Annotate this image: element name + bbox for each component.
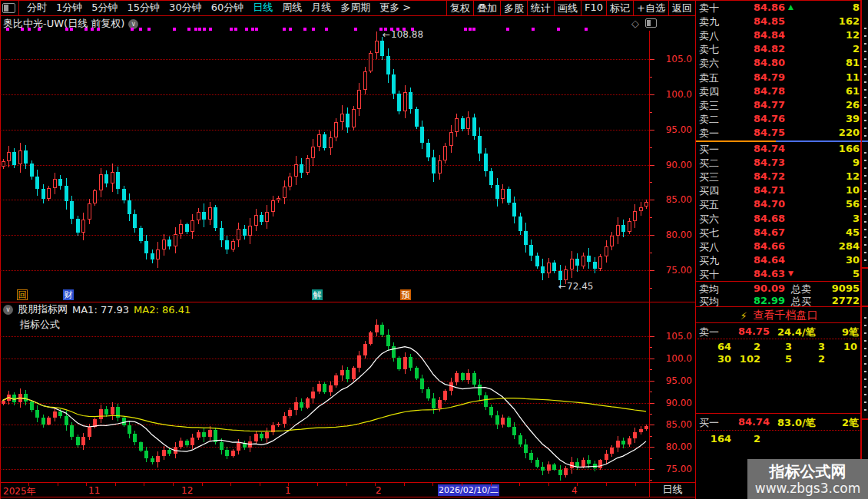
event-marker-解[interactable]: 解 xyxy=(312,289,323,300)
candle xyxy=(53,179,57,188)
date-tick xyxy=(202,483,203,486)
sell1-per-order: 24.4/笔 xyxy=(777,326,816,339)
buy-row-5[interactable]: 买五84.7056 xyxy=(696,198,862,212)
buy-row-7[interactable]: 买七84.6745 xyxy=(696,226,862,240)
candle xyxy=(277,198,280,201)
candle xyxy=(116,172,120,189)
buy-row-1[interactable]: 买一84.74166 xyxy=(696,143,862,157)
candle xyxy=(397,94,401,111)
buy1-count: 2笔 xyxy=(842,416,859,430)
gridline xyxy=(0,165,649,166)
price-tick-label: 95.00 xyxy=(657,124,692,135)
sell-row-6[interactable]: 卖六84.8081 xyxy=(696,57,862,71)
date-axis: 2026/02/10/二 日线 2025年1112124 xyxy=(0,482,695,497)
signal-dot xyxy=(255,28,258,31)
signal-dot xyxy=(38,28,41,31)
axis-minor-tick xyxy=(650,458,652,459)
candle xyxy=(484,154,488,171)
event-marker-回[interactable]: 回 xyxy=(17,289,28,300)
order-level-label: 买二 xyxy=(699,157,719,170)
candle xyxy=(202,212,206,220)
signal-dot xyxy=(209,28,212,31)
level2-link[interactable]: 查看千档盘口 xyxy=(696,309,862,322)
lightning-icon xyxy=(740,309,747,322)
date-label-4: 4 xyxy=(571,485,578,496)
sell-row-7[interactable]: 卖七84.822 xyxy=(696,43,862,57)
candle xyxy=(512,203,516,216)
sell-row-4[interactable]: 卖四84.7861 xyxy=(696,85,862,99)
buy-row-4[interactable]: 买四84.7110 xyxy=(696,184,862,198)
candle xyxy=(581,256,585,266)
gridline xyxy=(0,130,649,131)
candle xyxy=(593,262,597,269)
candle xyxy=(300,164,303,173)
buy-row-6[interactable]: 买六84.683 xyxy=(696,213,862,226)
buy-row-2[interactable]: 买二84.739 xyxy=(696,157,862,170)
level2-link-label: 查看千档盘口 xyxy=(754,309,818,322)
sell-row-10[interactable]: 卖十84.868▲ xyxy=(696,2,862,15)
axis-tick xyxy=(650,469,654,470)
candle xyxy=(271,200,275,212)
sell1-detail-row[interactable]: 卖一 84.75 24.4/笔 9笔 xyxy=(696,326,862,338)
axis-minor-tick xyxy=(650,480,652,481)
candle xyxy=(501,189,505,200)
signal-dot xyxy=(70,28,73,31)
candle xyxy=(260,215,263,222)
candle xyxy=(369,53,373,71)
buy-row-8[interactable]: 买八84.66284 xyxy=(696,240,862,254)
side-tab-strip[interactable] xyxy=(861,0,868,499)
candle xyxy=(225,240,229,250)
trough-annotation: 72.45 xyxy=(558,281,593,292)
queue-volume: 102 xyxy=(727,353,760,365)
period-label[interactable]: 日线 xyxy=(649,483,695,497)
candle xyxy=(254,215,258,226)
candle xyxy=(311,147,315,159)
candle xyxy=(220,228,224,240)
buy-row-9[interactable]: 买九84.6430 xyxy=(696,254,862,268)
candle xyxy=(507,189,511,203)
axis-tick xyxy=(650,235,654,236)
vertical-tab-text xyxy=(864,311,866,411)
candle xyxy=(552,263,556,271)
candle xyxy=(547,263,551,273)
order-volume: 39 xyxy=(798,113,860,124)
left-arrow-icon xyxy=(383,29,391,40)
date-tick xyxy=(86,483,87,486)
buy1-detail-row[interactable]: 买一 84.74 83.0/笔 2笔 xyxy=(696,416,862,428)
sell-row-5[interactable]: 卖五84.7911 xyxy=(696,71,862,85)
event-marker-财[interactable]: 财 xyxy=(63,289,74,300)
cursor-date-chip[interactable]: 2026/02/10/二 xyxy=(438,484,499,496)
axis-tick xyxy=(650,425,654,425)
price-tick-label: 85.00 xyxy=(657,194,692,205)
axis-tick xyxy=(650,59,654,60)
signal-dot xyxy=(312,28,315,31)
indicator-chart[interactable] xyxy=(0,302,649,482)
order-price: 84.78 xyxy=(727,85,785,97)
sell-row-8[interactable]: 卖八84.8412 xyxy=(696,29,862,43)
event-marker-预[interactable]: 预 xyxy=(400,289,411,300)
toolbar-button-返回[interactable]: 返回 xyxy=(668,0,695,16)
order-price: 84.84 xyxy=(727,29,785,41)
order-level-label: 买六 xyxy=(699,213,719,226)
sell-row-9[interactable]: 卖九84.85162 xyxy=(696,15,862,29)
candle xyxy=(575,259,579,266)
main-price-axis: 105.0100.095.0090.0085.0080.0075.00 xyxy=(649,31,695,302)
axis-minor-tick xyxy=(650,414,652,415)
candle xyxy=(306,158,310,172)
candle xyxy=(190,220,194,233)
candle xyxy=(185,224,189,232)
buy-row-3[interactable]: 买三84.7212 xyxy=(696,170,862,184)
sell-row-3[interactable]: 卖三84.7726 xyxy=(696,99,862,113)
buy-row-10[interactable]: 买十84.635▼ xyxy=(696,268,862,282)
main-candle-chart[interactable] xyxy=(0,31,649,302)
price-tick-label: 100.0 xyxy=(657,89,692,100)
order-volume: 5 xyxy=(798,268,860,279)
sell-row-2[interactable]: 卖二84.7639 xyxy=(696,113,862,127)
candle xyxy=(529,245,533,256)
sell-row-1[interactable]: 卖一84.75220 xyxy=(696,127,862,140)
order-volume: 61 xyxy=(798,85,860,97)
candle xyxy=(2,161,5,167)
candle xyxy=(605,246,608,256)
price-tick-label: 105.0 xyxy=(657,331,692,342)
signal-dot xyxy=(187,28,190,31)
